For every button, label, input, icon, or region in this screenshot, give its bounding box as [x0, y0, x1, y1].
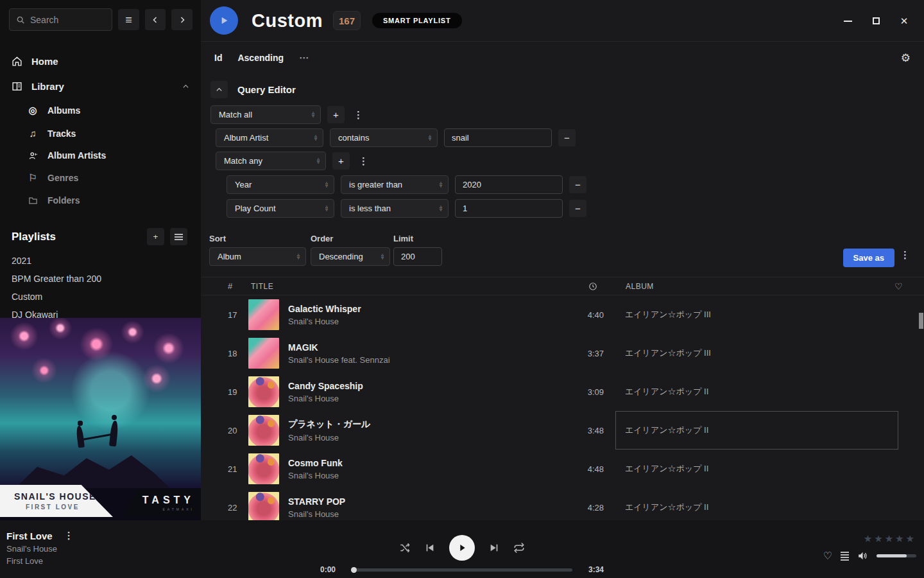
column-album[interactable]: ALBUM [626, 282, 654, 291]
total-time: 3:34 [582, 565, 604, 574]
star-icon[interactable]: ★ [885, 533, 893, 545]
repeat-icon [513, 542, 525, 554]
settings-gear-icon[interactable]: ⚙ [901, 51, 911, 65]
sidebar-item-library[interactable]: Library [0, 74, 201, 99]
previous-button[interactable] [425, 543, 435, 553]
match-mode-select[interactable]: Match all ▵▿ [210, 105, 321, 124]
star-icon[interactable]: ★ [864, 533, 872, 545]
group-menu-button[interactable]: ⋮ [351, 109, 366, 121]
scrollbar-thumb[interactable] [919, 313, 923, 329]
duration-clock-icon[interactable] [588, 282, 597, 291]
track-artist: Snail's House [288, 433, 563, 442]
sort-label: Sort [209, 234, 311, 243]
skip-next-icon [489, 543, 499, 553]
star-icon[interactable]: ★ [874, 533, 882, 545]
playlist-item[interactable]: BPM Greater than 200 [0, 270, 201, 288]
repeat-button[interactable] [513, 542, 525, 554]
maximize-button[interactable] [865, 10, 887, 32]
sidebar-item-album-artists[interactable]: Album Artists [0, 144, 201, 166]
star-icon[interactable]: ★ [906, 533, 914, 545]
queue-button[interactable] [841, 552, 849, 561]
sidebar-item-folders[interactable]: Folders [0, 189, 201, 211]
transport-controls [399, 535, 525, 561]
rule-field-select[interactable]: Play Count ▵▿ [227, 199, 334, 218]
rule-value-input[interactable] [444, 128, 552, 147]
sidebar-item-tracks[interactable]: ♫ Tracks [0, 122, 201, 144]
rule-field-select[interactable]: Album Artist ▵▿ [216, 128, 323, 147]
now-playing-artwork: SNAIL'S HOUSE FIRST LOVE TASTY EATMAXI [0, 318, 201, 520]
sort-toolbar: Id Ascending ⋯ ⚙ [201, 42, 924, 74]
match-mode-select[interactable]: Match any ▵▿ [216, 152, 326, 170]
favorite-heart-icon[interactable]: ♡ [823, 550, 832, 562]
chevron-up-icon [216, 86, 223, 93]
sidebar-item-label: Albums [47, 105, 80, 116]
group-menu-button[interactable]: ⋮ [356, 155, 371, 167]
next-button[interactable] [489, 543, 499, 553]
search-input[interactable] [30, 15, 105, 25]
rule-operator-select[interactable]: is less than ▵▿ [341, 199, 449, 218]
volume-button[interactable] [857, 550, 868, 561]
search-box[interactable] [9, 8, 112, 31]
sidebar-item-label: Genres [47, 173, 78, 183]
track-row[interactable]: 18 MAGIKSnail's House feat. Sennzai 3:37… [201, 334, 924, 372]
sort-field-button[interactable]: Id [214, 53, 222, 63]
select-arrows-icon: ▵▿ [381, 254, 384, 260]
sort-select[interactable]: Album ▵▿ [209, 247, 306, 266]
volume-slider[interactable] [877, 554, 916, 557]
sidebar-search-row: ≡ [0, 0, 201, 31]
track-row[interactable]: 20 プラネット・ガールSnail's House 3:48 エイリアン☆ポップ… [201, 411, 924, 450]
app-window: ≡ Home Library ◎ Albums ♫ Tracks [0, 0, 924, 578]
star-icon[interactable]: ★ [895, 533, 903, 545]
library-icon [12, 81, 22, 92]
playlist-item[interactable]: Custom [0, 288, 201, 306]
rule-operator-select[interactable]: contains ▵▿ [330, 128, 438, 147]
minimize-button[interactable] [837, 10, 859, 32]
play-playlist-button[interactable] [210, 6, 238, 35]
now-playing-menu-button[interactable]: ⋮ [62, 530, 76, 541]
rule-value-input[interactable] [455, 199, 563, 218]
play-pause-button[interactable] [449, 535, 475, 561]
sort-direction-button[interactable]: Ascending [237, 53, 284, 63]
favorite-heart-icon[interactable]: ♡ [894, 281, 903, 292]
remove-rule-button[interactable]: − [569, 176, 586, 193]
add-rule-button[interactable]: + [332, 152, 350, 170]
select-arrows-icon: ▵▿ [317, 158, 320, 164]
close-button[interactable]: ✕ [893, 10, 915, 32]
order-select[interactable]: Descending ▵▿ [311, 247, 390, 266]
rule-value-input[interactable] [455, 175, 563, 194]
save-as-button[interactable]: Save as [843, 249, 894, 267]
chevron-right-icon [178, 16, 186, 24]
nav-forward-button[interactable] [171, 9, 193, 30]
limit-input[interactable] [393, 247, 442, 266]
nav-back-button[interactable] [145, 9, 166, 30]
add-rule-button[interactable]: + [327, 106, 345, 123]
sidebar-item-genres[interactable]: ⚐ Genres [0, 166, 201, 189]
rule-operator-select[interactable]: is greater than ▵▿ [341, 175, 449, 194]
remove-rule-button[interactable]: − [558, 129, 576, 146]
toolbar-more-button[interactable]: ⋯ [299, 52, 309, 64]
seek-thumb[interactable] [351, 567, 357, 573]
add-playlist-button[interactable]: + [147, 228, 164, 245]
progress-section: 0:00 3:34 [320, 565, 604, 574]
sidebar-item-home[interactable]: Home [0, 49, 201, 74]
remove-rule-button[interactable]: − [569, 200, 586, 217]
track-album-focused-cell[interactable]: エイリアン☆ポップ II [615, 411, 898, 450]
shuffle-button[interactable] [399, 542, 411, 554]
playlist-item[interactable]: 2021 [0, 252, 201, 270]
track-row[interactable]: 21 Cosmo FunkSnail's House 4:48 エイリアン☆ポッ… [201, 450, 924, 488]
query-menu-button[interactable]: ⋮ [898, 249, 912, 261]
track-artist: Snail's House [288, 471, 563, 480]
seek-bar[interactable] [352, 568, 572, 572]
rule-field-select[interactable]: Year ▵▿ [227, 175, 334, 194]
playlist-list-button[interactable] [170, 228, 187, 245]
main-content: Custom 167 SMART PLAYLIST ✕ Id Ascending… [201, 0, 924, 520]
sidebar-item-albums[interactable]: ◎ Albums [0, 99, 201, 122]
track-title: Candy Spaceship [288, 381, 563, 391]
column-number[interactable]: # [228, 281, 251, 291]
column-title[interactable]: TITLE [251, 282, 273, 291]
menu-button[interactable]: ≡ [118, 9, 139, 30]
play-icon [219, 15, 229, 26]
track-row[interactable]: 17 Galactic WhisperSnail's House 4:40 エイ… [201, 295, 924, 334]
track-row[interactable]: 19 Candy SpaceshipSnail's House 3:09 エイリ… [201, 372, 924, 411]
collapse-query-editor-button[interactable] [210, 81, 228, 98]
